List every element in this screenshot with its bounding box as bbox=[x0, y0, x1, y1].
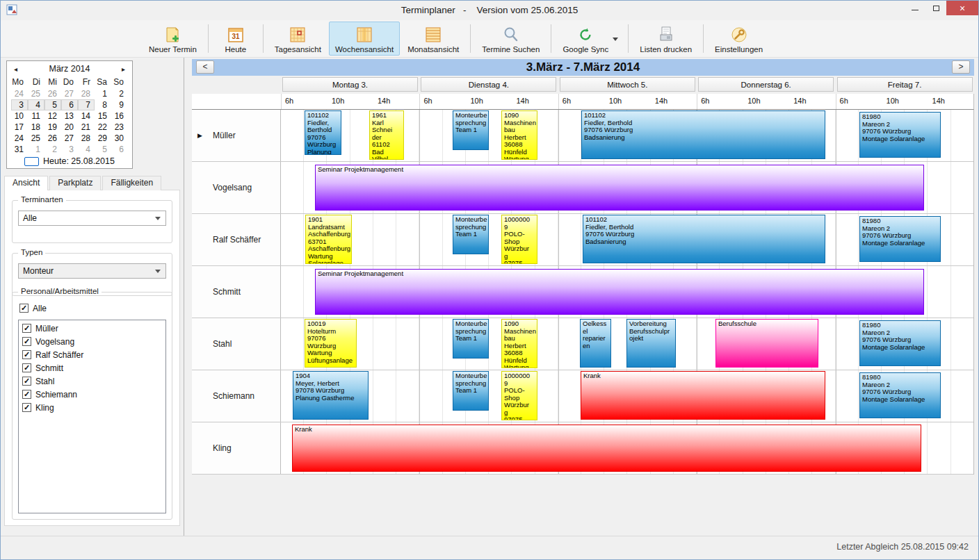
appointment-block[interactable]: Monteurbe sprechung Team 1 bbox=[453, 215, 489, 254]
appointment-block[interactable]: Krank bbox=[292, 425, 921, 472]
calendar-day-cell[interactable]: 16 bbox=[111, 110, 128, 122]
calendar-prev-icon[interactable]: ◂ bbox=[14, 65, 17, 73]
appointment-block[interactable]: Monteurbe sprechung Team 1 bbox=[453, 110, 489, 150]
calendar-day-cell[interactable]: 7 bbox=[78, 99, 95, 110]
tab-ansicht[interactable]: Ansicht bbox=[4, 176, 48, 190]
calendar-day-cell[interactable]: 24 bbox=[11, 133, 28, 144]
day-header-freitag-7[interactable]: Freitag 7. bbox=[837, 77, 973, 92]
calendar-day-cell[interactable]: 11 bbox=[28, 110, 44, 122]
toolbar-button-termine-suchen[interactable]: Termine Suchen bbox=[476, 22, 546, 56]
appointment-block[interactable]: Monteurbe sprechung Team 1 bbox=[453, 319, 489, 359]
calendar-day-cell[interactable]: 22 bbox=[95, 122, 111, 133]
calendar-day-cell[interactable]: 26 bbox=[44, 88, 61, 99]
appointment-block[interactable]: 10019 Hotelturm 97076 Würzburg Wartung L… bbox=[305, 319, 357, 368]
calendar-day-cell[interactable]: 8 bbox=[95, 99, 111, 110]
calendar-day-cell[interactable]: 13 bbox=[61, 110, 78, 122]
day-header-montag-3[interactable]: Montag 3. bbox=[282, 77, 418, 92]
personal-alle-checkbox[interactable]: ✓ Alle bbox=[19, 302, 166, 314]
dropdown-arrow-icon[interactable] bbox=[613, 38, 618, 41]
row-expander-icon[interactable]: ▶ bbox=[197, 132, 202, 139]
calendar-day-cell[interactable]: 28 bbox=[78, 88, 95, 99]
appointment-block[interactable]: Seminar Projektmanagement bbox=[315, 165, 924, 211]
calendar-day-cell[interactable]: 20 bbox=[61, 122, 78, 133]
personal-item-schiemann[interactable]: ✓Schiemann bbox=[22, 388, 165, 400]
personal-item-ralf-sch-ffer[interactable]: ✓Ralf Schäffer bbox=[22, 349, 165, 361]
day-header-dienstag-4[interactable]: Dienstag 4. bbox=[421, 77, 556, 92]
calendar-day-cell[interactable]: 27 bbox=[61, 88, 78, 99]
calendar-day-cell[interactable]: 19 bbox=[44, 122, 61, 133]
personal-item-m-ller[interactable]: ✓Müller bbox=[22, 322, 165, 334]
calendar-day-cell[interactable]: 15 bbox=[95, 110, 111, 122]
appointment-block[interactable]: 1901 Landratsamt Aschaffenburg 63701 Asc… bbox=[305, 215, 352, 264]
appointment-block[interactable]: 81980 Mareon 2 97076 Würzburg Montage So… bbox=[859, 112, 941, 158]
terminarten-select[interactable]: Alle bbox=[18, 211, 166, 226]
tab-parkplatz[interactable]: Parkplatz bbox=[49, 176, 101, 190]
toolbar-button-heute[interactable]: 31Heute bbox=[213, 22, 258, 56]
calendar-day-cell[interactable]: 2 bbox=[111, 88, 128, 99]
appointment-block[interactable]: Seminar Projektmanagement bbox=[315, 269, 924, 315]
appointment-block[interactable]: Monteurbe sprechung Team 1 bbox=[453, 371, 489, 411]
appointment-block[interactable]: 1000000 9 POLO- Shop Würzbur g 97075 bbox=[501, 215, 537, 264]
calendar-day-cell[interactable]: 26 bbox=[44, 133, 61, 144]
appointment-block[interactable]: Krank bbox=[581, 371, 825, 420]
calendar-day-cell[interactable]: 31 bbox=[11, 144, 28, 155]
calendar-day-cell[interactable]: 10 bbox=[11, 110, 28, 122]
appointment-block[interactable]: 1961 Karl Schnei der 61102 Bad Vilbel bbox=[369, 110, 404, 160]
appointment-block[interactable]: Oelkess el reparier en bbox=[580, 319, 611, 368]
maximize-button[interactable] bbox=[925, 1, 946, 15]
calendar-day-cell[interactable]: 18 bbox=[28, 122, 44, 133]
toolbar-button-einstellungen[interactable]: Einstellungen bbox=[709, 22, 769, 56]
calendar-day-cell[interactable]: 9 bbox=[111, 99, 128, 110]
appointment-block[interactable]: 81980 Mareon 2 97076 Würzburg Montage So… bbox=[859, 372, 941, 418]
tab-f-lligkeiten[interactable]: Fälligkeiten bbox=[102, 176, 161, 190]
toolbar-button-google-sync[interactable]: Google Sync bbox=[556, 22, 623, 56]
appointment-block[interactable]: 101102 Fiedler, Berthold 97076 Würzburg … bbox=[305, 110, 341, 155]
minimize-button[interactable] bbox=[905, 1, 925, 15]
appointment-block[interactable]: 101102 Fiedler, Berthold 97076 Würzburg … bbox=[583, 215, 825, 263]
typen-select[interactable]: Monteur bbox=[18, 263, 166, 279]
calendar-day-cell[interactable]: 1 bbox=[28, 144, 44, 155]
calendar-day-cell[interactable]: 25 bbox=[28, 133, 44, 144]
prev-week-button[interactable]: < bbox=[196, 60, 214, 74]
calendar-day-cell[interactable]: 24 bbox=[11, 88, 28, 99]
appointment-block[interactable]: 1000000 9 POLO- Shop Würzbur g 97075 bbox=[501, 371, 537, 420]
calendar-day-cell[interactable]: 6 bbox=[61, 99, 78, 110]
calendar-day-cell[interactable]: 25 bbox=[28, 88, 44, 99]
calendar-day-cell[interactable]: 27 bbox=[61, 133, 78, 144]
calendar-day-cell[interactable]: 2 bbox=[44, 144, 61, 155]
toolbar-button-tagesansicht[interactable]: Tagesansicht bbox=[268, 22, 327, 56]
personal-item-schmitt[interactable]: ✓Schmitt bbox=[22, 362, 165, 374]
calendar-day-cell[interactable]: 30 bbox=[111, 133, 128, 144]
calendar-day-cell[interactable]: 4 bbox=[28, 99, 44, 110]
calendar-next-icon[interactable]: ▸ bbox=[122, 65, 125, 73]
day-header-donnerstag-6[interactable]: Donnerstag 6. bbox=[698, 77, 834, 92]
calendar-day-cell[interactable]: 6 bbox=[111, 144, 128, 155]
calendar-day-cell[interactable]: 21 bbox=[78, 122, 95, 133]
toolbar-button-monatsansicht[interactable]: Monatsansicht bbox=[401, 22, 465, 56]
appointment-block[interactable]: 81980 Mareon 2 97076 Würzburg Montage So… bbox=[859, 216, 941, 262]
toolbar-button-listen-drucken[interactable]: Listen drucken bbox=[633, 22, 698, 56]
appointment-block[interactable]: 1090 Maschinen bau Herbert 36088 Hünfeld… bbox=[501, 110, 537, 160]
toolbar-button-neuer-termin[interactable]: Neuer Termin bbox=[143, 22, 203, 56]
calendar-day-cell[interactable]: 14 bbox=[78, 110, 95, 122]
calendar-day-cell[interactable]: 17 bbox=[11, 122, 28, 133]
appointment-block[interactable]: 1904 Meyer, Herbert 97078 Würzburg Planu… bbox=[293, 371, 369, 420]
calendar-day-cell[interactable]: 29 bbox=[95, 133, 111, 144]
next-week-button[interactable]: > bbox=[952, 60, 970, 74]
calendar-day-cell[interactable]: 1 bbox=[95, 88, 111, 99]
calendar-day-cell[interactable]: 28 bbox=[78, 133, 95, 144]
calendar-day-cell[interactable]: 23 bbox=[111, 122, 128, 133]
calendar-day-cell[interactable]: 3 bbox=[11, 99, 28, 110]
calendar-day-cell[interactable]: 3 bbox=[61, 144, 78, 155]
close-button[interactable]: × bbox=[946, 1, 978, 15]
appointment-block[interactable]: 1090 Maschinen bau Herbert 36088 Hünfeld… bbox=[501, 319, 537, 368]
day-header-mittwoch-5[interactable]: Mittwoch 5. bbox=[560, 77, 695, 92]
personal-item-vogelsang[interactable]: ✓Vogelsang bbox=[22, 336, 165, 347]
appointment-block[interactable]: 81980 Mareon 2 97076 Würzburg Montage So… bbox=[859, 320, 941, 366]
appointment-block[interactable]: Berufsschule bbox=[715, 319, 818, 368]
calendar-day-cell[interactable]: 5 bbox=[44, 99, 61, 110]
toolbar-button-wochensansicht[interactable]: Wochensansicht bbox=[329, 22, 400, 56]
personal-item-stahl[interactable]: ✓Stahl bbox=[22, 375, 165, 387]
calendar-day-cell[interactable]: 5 bbox=[95, 144, 111, 155]
appointment-block[interactable]: Vorbereitung Berufsschulpr ojekt bbox=[626, 319, 676, 368]
